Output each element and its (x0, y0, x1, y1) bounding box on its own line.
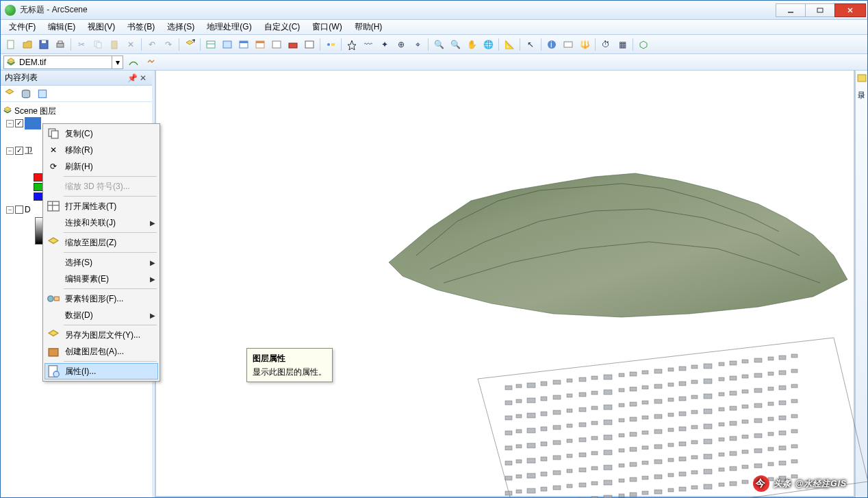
window1-icon[interactable] (220, 37, 235, 52)
search-icon[interactable] (561, 37, 576, 52)
zoom-target-icon[interactable]: ⌖ (410, 37, 425, 52)
layer-tool-1-icon[interactable] (126, 55, 141, 70)
ctx-select[interactable]: 选择(S)▶ (44, 254, 158, 271)
3d-icon[interactable] (636, 37, 651, 52)
animation-icon[interactable]: ▦ (615, 37, 630, 52)
collapse-icon[interactable]: − (6, 206, 14, 214)
copy-icon[interactable] (90, 37, 105, 52)
svg-text:+: + (192, 39, 195, 45)
watermark-text: @水经注GIS (795, 478, 847, 490)
menu-view[interactable]: 视图(V) (82, 20, 120, 34)
fly-icon[interactable]: 〰 (361, 37, 376, 52)
ctx-features-to-graphics[interactable]: 要素转图形(F)... (44, 290, 158, 307)
minimize-button[interactable] (776, 3, 806, 17)
modelbuilder-icon[interactable] (323, 37, 338, 52)
checkbox-checked-icon[interactable]: ✓ (15, 119, 23, 127)
paste-icon[interactable] (107, 37, 122, 52)
list-by-source-icon[interactable] (20, 88, 32, 100)
layer-combo[interactable]: DEM.tif ▾ (3, 55, 123, 69)
ctx-zoom3d-symbol: 缩放 3D 符号(3)... (44, 178, 158, 195)
menu-window[interactable]: 窗口(W) (307, 20, 347, 34)
ctx-create-layer-package[interactable]: 创建图层包(A)... (44, 343, 158, 360)
select-icon[interactable]: ↖ (523, 37, 538, 52)
collapse-icon[interactable]: − (6, 147, 14, 155)
ctx-data[interactable]: 数据(D)▶ (44, 307, 158, 323)
chevron-down-icon[interactable]: ▾ (112, 56, 123, 69)
svg-rect-20 (272, 41, 281, 48)
full-extent-icon[interactable]: 🌐 (481, 37, 496, 52)
identify-icon[interactable]: i (544, 37, 559, 52)
checkbox-unchecked-icon[interactable] (15, 206, 23, 214)
list-by-drawing-icon[interactable] (3, 88, 16, 100)
maximize-button[interactable] (805, 3, 835, 17)
checkbox-checked-icon[interactable]: ✓ (15, 147, 23, 155)
menu-bar: 文件(F) 编辑(E) 视图(V) 书签(B) 选择(S) 地理处理(G) 自定… (1, 20, 867, 35)
cut-icon[interactable]: ✂ (74, 37, 89, 52)
window3-icon[interactable] (253, 37, 268, 52)
zoom-layer-icon (46, 235, 61, 250)
toolbox-icon[interactable] (285, 37, 301, 52)
ctx-copy[interactable]: 复制(C) (44, 125, 158, 142)
svg-rect-8 (58, 41, 62, 43)
list-by-selection-icon[interactable] (36, 88, 49, 100)
menu-edit[interactable]: 编辑(E) (42, 20, 81, 34)
measure-icon[interactable]: 📐 (502, 37, 517, 52)
pin-icon[interactable]: 📌 (127, 73, 137, 83)
menu-select[interactable]: 选择(S) (162, 20, 200, 34)
svg-rect-61 (51, 131, 58, 138)
window4-icon[interactable] (269, 37, 284, 52)
window-controls (776, 3, 866, 17)
watermark-icon: 今 (753, 475, 769, 492)
tree-root[interactable]: Scene 图层 (2, 105, 151, 117)
menu-file[interactable]: 文件(F) (3, 20, 41, 34)
redo-icon[interactable]: ↷ (161, 37, 176, 52)
ctx-joins-relates[interactable]: 连接和关联(J)▶ (44, 214, 158, 231)
terrain-3d (375, 153, 854, 331)
refresh-icon: ⟳ (46, 159, 61, 174)
ctx-zoom-to-layer[interactable]: 缩放至图层(Z) (44, 234, 158, 251)
delete-icon[interactable]: ✕ (123, 37, 138, 52)
new-icon[interactable] (3, 37, 18, 52)
svg-rect-54 (742, 360, 748, 363)
menu-help[interactable]: 帮助(H) (349, 20, 388, 34)
app-icon (5, 5, 16, 16)
pan-icon[interactable]: ✋ (464, 37, 479, 52)
collapse-icon[interactable]: − (6, 120, 14, 127)
open-icon[interactable] (20, 37, 35, 52)
python-icon[interactable] (302, 37, 317, 52)
print-icon[interactable] (53, 37, 68, 52)
toc-icon[interactable] (203, 37, 218, 52)
tooltip-title: 图层属性 (253, 353, 327, 364)
menu-geoprocessing[interactable]: 地理处理(G) (201, 20, 257, 34)
navigate-icon[interactable] (344, 37, 359, 52)
add-data-icon[interactable]: + (182, 37, 197, 52)
ctx-edit-features[interactable]: 编辑要素(E)▶ (44, 271, 158, 287)
catalog-icon[interactable] (857, 73, 867, 83)
save-icon[interactable] (36, 37, 51, 52)
ctx-open-attr-table[interactable]: 打开属性表(T) (44, 198, 158, 214)
tree-layer-sat-label: 卫 (25, 145, 33, 157)
undo-icon[interactable]: ↶ (144, 37, 159, 52)
close-panel-icon[interactable]: ✕ (138, 73, 148, 83)
close-button[interactable] (834, 3, 866, 17)
ctx-properties[interactable]: 属性(I)... (44, 363, 158, 379)
svg-rect-17 (240, 41, 248, 43)
svg-rect-19 (256, 41, 264, 43)
ctx-refresh[interactable]: ⟳刷新(H) (44, 158, 158, 175)
center-icon[interactable]: ✦ (377, 37, 392, 52)
scene-viewport[interactable]: 今 头条 @水经注GIS (155, 71, 855, 497)
window2-icon[interactable] (236, 37, 251, 52)
time-icon[interactable]: ⏱ (598, 37, 613, 52)
layer-tool-2-icon[interactable] (144, 55, 159, 70)
ctx-remove[interactable]: ✕移除(R) (44, 142, 158, 158)
menu-customize[interactable]: 自定义(C) (259, 20, 306, 34)
zoom-out-icon[interactable]: 🔍 (448, 37, 463, 52)
target-icon[interactable]: ⊕ (394, 37, 409, 52)
ctx-save-as-layer[interactable]: 另存为图层文件(Y)... (44, 327, 158, 343)
menu-bookmark[interactable]: 书签(B) (122, 20, 160, 34)
svg-rect-21 (289, 43, 297, 48)
svg-rect-58 (791, 354, 797, 358)
layer-combo-value: DEM.tif (18, 58, 112, 67)
find-icon[interactable]: 🔱 (577, 37, 592, 52)
zoom-in-icon[interactable]: 🔍 (431, 37, 446, 52)
